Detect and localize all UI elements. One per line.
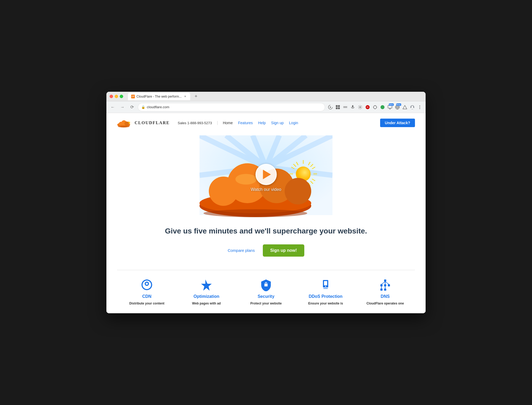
play-triangle-icon	[263, 170, 271, 179]
feature-ddos: DDoS Protection Ensure your website is	[302, 278, 350, 305]
svg-point-38	[124, 122, 129, 126]
address-bar[interactable]: 🔒 cloudflare.com	[138, 103, 325, 111]
site-logo: CloudFlare	[117, 118, 170, 128]
ext-dots-icon[interactable]	[342, 104, 348, 110]
svg-line-59	[312, 167, 315, 169]
signup-button[interactable]: Sign up now!	[263, 244, 304, 257]
site-navigation: CloudFlare Sales 1-888-993-5273 Home Fea…	[106, 113, 426, 133]
nav-link-features[interactable]: Features	[238, 121, 253, 125]
dns-icon	[379, 278, 392, 291]
minimize-button[interactable]	[115, 95, 118, 98]
new-badge-1: New	[389, 103, 394, 106]
logo-text: CloudFlare	[135, 120, 170, 125]
svg-line-88	[385, 282, 389, 284]
browser-titlebar: CF CloudFlare - The web perform... ✕ +	[106, 92, 426, 101]
cdn-desc: Distribute your content	[129, 302, 164, 305]
phone-number: Sales 1-888-993-5273	[178, 121, 218, 125]
maximize-button[interactable]	[120, 95, 123, 98]
svg-rect-4	[338, 107, 340, 109]
svg-line-53	[310, 181, 313, 184]
cdn-icon	[140, 278, 153, 291]
ext-monitor-icon[interactable]: New	[387, 104, 393, 110]
svg-line-30	[130, 122, 131, 122]
feature-optimization: Optimization Web pages with ad	[182, 278, 230, 305]
ext-menu-icon[interactable]	[417, 104, 423, 110]
nav-link-signup[interactable]: Sign up	[271, 121, 284, 125]
browser-tab[interactable]: CF CloudFlare - The web perform... ✕	[128, 93, 190, 100]
svg-point-73	[203, 209, 307, 217]
forward-button[interactable]: →	[119, 103, 126, 111]
svg-point-11	[373, 106, 377, 109]
security-desc: Protect your website	[250, 302, 282, 305]
svg-point-79	[325, 286, 326, 287]
ext-globe-icon[interactable]: New	[394, 104, 401, 110]
compare-plans-link[interactable]: Compare plans	[228, 248, 255, 253]
svg-line-32	[130, 124, 131, 125]
lock-icon: 🔒	[141, 105, 145, 109]
svg-rect-80	[384, 279, 386, 282]
svg-rect-81	[380, 284, 383, 286]
ext-refresh-icon[interactable]	[327, 104, 334, 110]
under-attack-button[interactable]: Under Attack?	[380, 119, 415, 127]
ext-grid-icon[interactable]	[335, 104, 341, 110]
svg-rect-83	[388, 284, 390, 286]
ext-green-circle[interactable]	[379, 104, 386, 110]
new-tab-button[interactable]: +	[192, 93, 200, 100]
tab-title: CloudFlare - The web perform...	[136, 95, 182, 98]
svg-rect-1	[336, 105, 338, 107]
svg-marker-22	[403, 105, 407, 109]
ddos-icon	[319, 278, 332, 291]
svg-point-16	[381, 105, 385, 109]
security-title: Security	[257, 294, 274, 299]
svg-marker-74	[201, 279, 212, 291]
back-button[interactable]: ←	[109, 103, 117, 111]
ddos-title: DDoS Protection	[309, 294, 342, 299]
nav-link-home[interactable]: Home	[223, 121, 233, 125]
svg-point-0	[330, 107, 331, 108]
svg-point-26	[419, 107, 420, 107]
nav-link-login[interactable]: Login	[289, 121, 298, 125]
browser-window: CF CloudFlare - The web perform... ✕ + ←…	[106, 92, 426, 313]
svg-point-71	[285, 178, 311, 204]
feature-security: Security Protect your website	[242, 278, 290, 305]
play-circle	[255, 164, 277, 185]
browser-extensions: ✉ New New	[327, 104, 423, 110]
reload-button[interactable]: ⟳	[128, 103, 136, 111]
close-button[interactable]	[110, 95, 113, 98]
feature-dns: DNS CloudFlare operates one	[361, 278, 409, 305]
ext-mic-icon[interactable]	[350, 104, 356, 110]
ext-gear-icon[interactable]	[357, 104, 363, 110]
svg-rect-3	[336, 107, 338, 109]
traffic-lights	[110, 95, 123, 98]
svg-rect-6	[343, 107, 347, 108]
feature-cdn: CDN Distribute your content	[123, 278, 171, 305]
hero-cloud-container: Watch our video	[186, 135, 346, 220]
ext-avatar-icon[interactable]	[409, 104, 415, 110]
nav-links: Home Features Help Sign up Login	[223, 121, 380, 125]
nav-link-help[interactable]: Help	[258, 121, 266, 125]
svg-rect-85	[384, 289, 386, 291]
tab-close-button[interactable]: ✕	[183, 95, 187, 98]
svg-rect-7	[352, 105, 354, 107]
svg-rect-5	[343, 106, 347, 107]
tab-favicon: CF	[131, 95, 135, 98]
optimization-title: Optimization	[194, 294, 219, 299]
website-content: CloudFlare Sales 1-888-993-5273 Home Fea…	[106, 113, 426, 313]
features-section: CDN Distribute your content Optimization…	[106, 270, 426, 313]
ext-triangle-icon[interactable]	[402, 104, 408, 110]
ext-crosshair-icon[interactable]	[372, 104, 378, 110]
security-icon	[259, 278, 273, 291]
cloudflare-logo-icon	[117, 118, 133, 128]
svg-point-24	[412, 106, 413, 107]
svg-rect-2	[338, 105, 340, 107]
cdn-title: CDN	[142, 294, 152, 299]
svg-line-58	[308, 162, 310, 165]
dns-title: DNS	[381, 294, 390, 299]
play-button[interactable]: Watch our video	[251, 164, 281, 192]
svg-text:✉: ✉	[367, 106, 369, 108]
svg-line-86	[381, 282, 385, 284]
browser-toolbar: ← → ⟳ 🔒 cloudflare.com ✉	[106, 101, 426, 113]
ext-red-icon[interactable]: ✉	[364, 104, 371, 110]
ddos-desc: Ensure your website is	[308, 302, 343, 305]
svg-point-8	[360, 107, 361, 108]
